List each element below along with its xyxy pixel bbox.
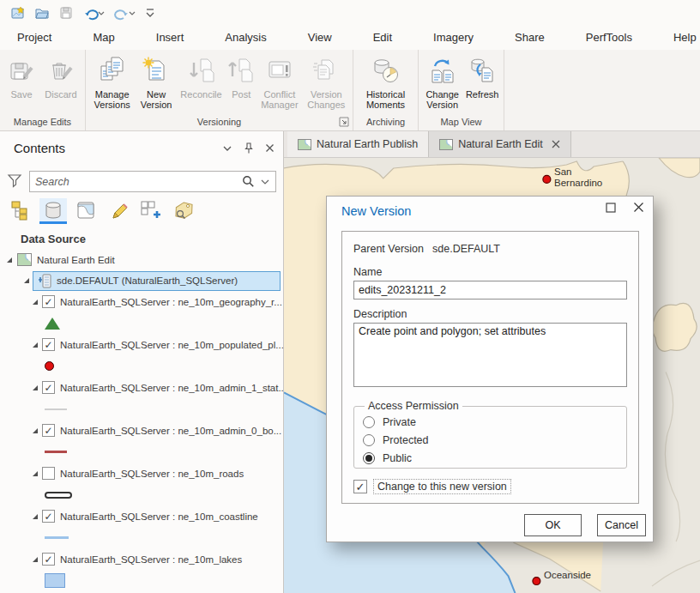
- list-by-selection-icon[interactable]: [72, 198, 100, 224]
- tree-item-map[interactable]: Natural Earth Edit: [0, 250, 283, 269]
- change-version-checkbox[interactable]: ✓: [353, 480, 367, 493]
- dialog-maximize-icon[interactable]: [606, 203, 616, 213]
- pane-menu-chevron-icon[interactable]: [222, 144, 232, 153]
- historical-moments-icon: [371, 54, 401, 88]
- tab-view[interactable]: View: [306, 27, 334, 50]
- version-name-input[interactable]: [353, 281, 627, 300]
- layer-visibility-checkbox[interactable]: ✓: [42, 553, 55, 566]
- tree-layer-row[interactable]: NaturalEarth_SQLServer : ne_10m_roads: [0, 463, 283, 483]
- search-dropdown-chevron-icon[interactable]: [258, 179, 275, 185]
- customize-ribbon-icon[interactable]: [144, 3, 156, 22]
- manage-versions-button[interactable]: Manage Versions: [88, 52, 136, 114]
- version-changes-button[interactable]: Version Changes: [303, 52, 350, 114]
- access-permission-legend: Access Permission: [365, 400, 462, 412]
- contents-pane-title: Contents: [14, 141, 65, 155]
- tab-share[interactable]: Share: [513, 27, 546, 50]
- close-tab-icon[interactable]: [552, 140, 560, 148]
- radio-public[interactable]: [363, 452, 375, 464]
- list-by-drawing-order-icon[interactable]: [7, 198, 34, 224]
- tree-layer-row[interactable]: ✓ NaturalEarth_SQLServer : ne_10m_admin_…: [0, 421, 283, 440]
- list-by-data-source-icon[interactable]: [39, 198, 67, 224]
- filter-icon[interactable]: [7, 172, 22, 188]
- light-blue-line-symbol: [45, 536, 69, 539]
- layer-visibility-checkbox[interactable]: ✓: [42, 510, 55, 523]
- parent-version-value: sde.DEFAULT: [432, 243, 500, 255]
- change-version-button[interactable]: Change Version: [421, 52, 463, 114]
- radio-row-protected[interactable]: Protected: [363, 431, 618, 449]
- layer-visibility-checkbox[interactable]: ✓: [42, 338, 55, 351]
- list-by-snapping-icon[interactable]: [137, 198, 165, 224]
- new-version-button[interactable]: New Version: [136, 52, 176, 114]
- tab-imagery[interactable]: Imagery: [431, 27, 475, 50]
- tab-help[interactable]: Help: [672, 27, 698, 50]
- conflict-manager-icon: [264, 54, 295, 88]
- ribbon: Save Discard Manage Edits: [0, 50, 700, 131]
- layer-visibility-checkbox[interactable]: ✓: [42, 424, 55, 437]
- search-icon[interactable]: [238, 175, 258, 188]
- group-versioning: Manage Versions New Version Reconcile: [86, 50, 353, 130]
- dialog-close-icon[interactable]: [633, 202, 644, 213]
- change-version-checkbox-row[interactable]: ✓ Change to this new version: [353, 479, 627, 494]
- view-tab-natural-earth-edit[interactable]: Natural Earth Edit: [429, 131, 571, 157]
- cancel-button[interactable]: Cancel: [597, 514, 646, 536]
- save-edits-icon: [7, 54, 36, 88]
- save-edits-label: Save: [10, 89, 32, 100]
- list-by-labeling-icon[interactable]: [170, 198, 197, 224]
- radio-row-public[interactable]: Public: [363, 449, 618, 467]
- tree-layer-row[interactable]: ✓ NaturalEarth_SQLServer : ne_10m_coastl…: [0, 506, 283, 526]
- tab-perftools[interactable]: PerfTools: [584, 27, 634, 50]
- group-label-manage-edits: Manage Edits: [0, 114, 85, 130]
- expander-icon[interactable]: [33, 300, 38, 305]
- layer-visibility-checkbox[interactable]: [42, 467, 55, 480]
- pane-pin-icon[interactable]: [244, 142, 253, 154]
- versioning-dialog-launcher-icon[interactable]: [339, 117, 349, 127]
- city-dot-san-bernardino: [543, 175, 551, 183]
- list-by-editing-icon[interactable]: [105, 198, 132, 224]
- historical-moments-button[interactable]: Historical Moments: [359, 52, 413, 114]
- radio-protected[interactable]: [363, 434, 375, 446]
- save-project-icon[interactable]: [58, 3, 74, 22]
- tab-edit[interactable]: Edit: [371, 27, 394, 50]
- tab-analysis[interactable]: Analysis: [223, 27, 268, 50]
- expander-icon[interactable]: [33, 514, 38, 519]
- conflict-manager-button[interactable]: Conflict Manager: [256, 52, 302, 114]
- reconcile-button[interactable]: Reconcile: [177, 52, 226, 114]
- layer-visibility-checkbox[interactable]: ✓: [42, 381, 55, 394]
- redo-icon[interactable]: [113, 3, 136, 22]
- tree-layer-row[interactable]: ✓ NaturalEarth_SQLServer : ne_10m_admin_…: [0, 378, 283, 397]
- tree-layer-row[interactable]: ✓ NaturalEarth_SQLServer : ne_10m_popula…: [0, 335, 283, 354]
- post-button[interactable]: Post: [226, 52, 256, 114]
- open-project-icon[interactable]: [34, 3, 50, 22]
- tree-item-connection[interactable]: sde.DEFAULT (NaturalEarth_SQLServer): [0, 269, 283, 292]
- tree-layer-row[interactable]: ✓ NaturalEarth_SQLServer : ne_10m_lakes: [0, 549, 283, 569]
- save-edits-button[interactable]: Save: [3, 52, 40, 114]
- conflict-manager-label: Conflict Manager: [256, 89, 302, 110]
- expander-icon[interactable]: [33, 557, 38, 562]
- expander-icon[interactable]: [24, 278, 29, 283]
- expander-icon[interactable]: [33, 471, 38, 476]
- tree-selection-highlight[interactable]: sde.DEFAULT (NaturalEarth_SQLServer): [33, 271, 281, 291]
- discard-edits-button[interactable]: Discard: [40, 52, 81, 114]
- pane-close-icon[interactable]: [265, 143, 275, 153]
- radio-private[interactable]: [363, 416, 375, 428]
- city-dot-oceanside: [533, 578, 540, 585]
- refresh-version-button[interactable]: Refresh: [463, 52, 501, 114]
- undo-icon[interactable]: [82, 3, 105, 22]
- tab-project[interactable]: Project: [15, 27, 53, 50]
- expander-icon[interactable]: [33, 385, 38, 390]
- expander-icon[interactable]: [7, 257, 12, 263]
- ok-button[interactable]: OK: [524, 514, 582, 536]
- radio-row-private[interactable]: Private: [363, 413, 618, 431]
- tab-map[interactable]: Map: [91, 27, 116, 50]
- tree-layer-row[interactable]: ✓ NaturalEarth_SQLServer : ne_10m_geogra…: [0, 292, 283, 312]
- description-input[interactable]: Create point and polygon; set attributes: [353, 323, 627, 387]
- layer-visibility-checkbox[interactable]: ✓: [42, 295, 55, 308]
- contents-search-input[interactable]: [30, 176, 238, 188]
- post-label: Post: [232, 89, 250, 100]
- view-tab-natural-earth-publish[interactable]: Natural Earth Publish: [287, 131, 429, 157]
- quick-access-toolbar: [0, 0, 700, 26]
- tab-insert[interactable]: Insert: [154, 27, 186, 50]
- new-project-icon[interactable]: [10, 3, 26, 22]
- expander-icon[interactable]: [33, 428, 38, 433]
- expander-icon[interactable]: [33, 342, 38, 348]
